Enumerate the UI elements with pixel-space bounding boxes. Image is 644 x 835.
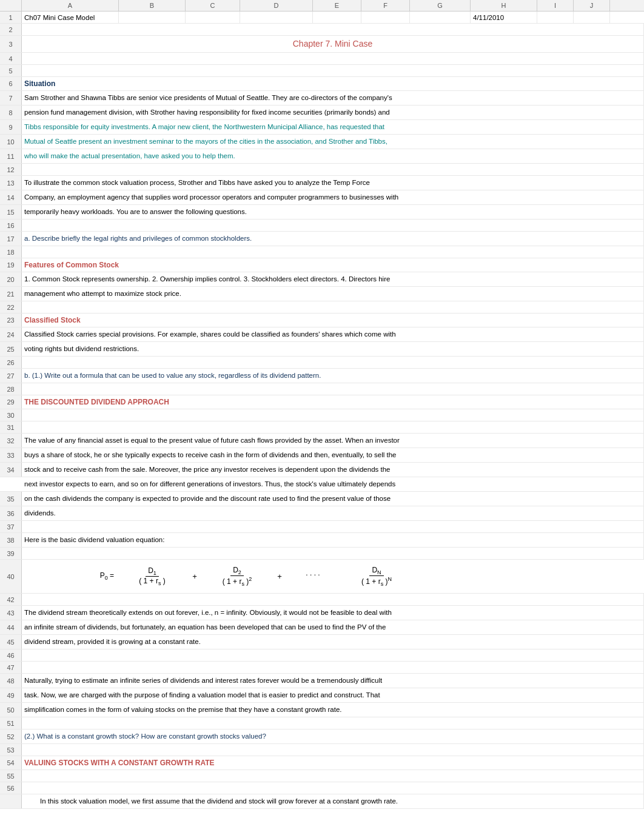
classified-text2: voting rights but dividend restrictions. <box>24 344 139 354</box>
cell-8-span: pension fund management division, with S… <box>22 106 644 119</box>
cell-15-span: temporarily heavy workloads. You are to … <box>22 205 644 219</box>
row-8: 8 pension fund management division, with… <box>0 106 644 120</box>
row-34b: next investor expects to earn, and so on… <box>0 477 644 492</box>
heading-discounted: THE DISCOUNTED DIVIDEND APPROACH <box>22 395 644 409</box>
plus-2-text: + <box>277 572 282 581</box>
col-header-i: I <box>537 0 574 11</box>
row-2: 2 <box>0 24 644 36</box>
cell-9-span: Tibbs responsible for equity investments… <box>22 120 644 134</box>
row-num-8: 8 <box>0 106 22 119</box>
col-header-e: E <box>313 0 361 11</box>
row-num-53: 53 <box>0 744 22 756</box>
row-36: 36 dividends. <box>0 506 644 521</box>
row-num-46: 46 <box>0 649 22 661</box>
fraction-1: D1 ( 1 + rs ) <box>136 566 168 587</box>
row-num-38: 38 <box>0 533 22 547</box>
para-34: stock and to receive cash from the sale.… <box>24 464 390 475</box>
cell-50-span: simplification comes in the form of valu… <box>22 703 644 717</box>
cell-57-span: In this stock valuation model, we first … <box>22 794 644 808</box>
cell-1e <box>313 12 361 23</box>
row-num-23: 23 <box>0 314 22 327</box>
chapter-title-text: Chapter 7. Mini Case <box>293 38 373 50</box>
cell-34b-span: next investor expects to earn, and so on… <box>22 477 644 491</box>
row-24: 24 Classified Stock carries special prov… <box>0 327 644 342</box>
row-44: 44 an infinite stream of dividends, but … <box>0 620 644 635</box>
situation-para-3: Tibbs responsible for equity investments… <box>24 122 384 132</box>
row-26: 26 <box>0 357 644 369</box>
row-num-47: 47 <box>0 662 22 673</box>
para-36: dividends. <box>24 508 56 518</box>
situation-text: Situation <box>24 78 55 89</box>
row-num-34: 34 <box>0 463 22 477</box>
cell-1g <box>410 12 471 23</box>
row-23: 23 Classified Stock <box>0 314 644 327</box>
cell-7-span: Sam Strother and Shawna Tibbs are senior… <box>22 91 644 105</box>
fraction-n: DN ( 1 + rs )N <box>359 566 394 588</box>
cell-30-span <box>22 409 644 421</box>
cell-53-span <box>22 744 644 756</box>
row-21: 21 management who attempt to maximize st… <box>0 287 644 301</box>
cell-46-span <box>22 649 644 661</box>
row-num-3: 3 <box>0 36 22 52</box>
cell-22-span <box>22 301 644 313</box>
row-10: 10 Mutual of Seattle present an investme… <box>0 135 644 149</box>
para-48: Naturally, trying to estimate an infinit… <box>24 676 382 686</box>
situation-para-2: pension fund management division, with S… <box>24 107 390 118</box>
row-42: 42 <box>0 594 644 606</box>
formula-frac-n: DN ( 1 + rs )N <box>337 566 416 588</box>
cell-24-span: Classified Stock carries special provisi… <box>22 327 644 341</box>
cell-4-span <box>22 53 644 64</box>
frac1-den: ( 1 + rs ) <box>136 577 168 586</box>
row-37: 37 <box>0 521 644 533</box>
cell-36-span: dividends. <box>22 506 644 520</box>
spreadsheet: A B C D E F G H I J 1 Ch07 Mini Case Mod… <box>0 0 644 809</box>
row-num-30: 30 <box>0 409 22 421</box>
cell-52-span: (2.) What is a constant growth stock? Ho… <box>22 729 644 743</box>
row-num-36: 36 <box>0 506 22 520</box>
cell-45-span: dividend stream, provided it is growing … <box>22 635 644 649</box>
cell-20-span: 1. Common Stock represents ownership. 2.… <box>22 272 644 286</box>
row-num-42: 42 <box>0 594 22 605</box>
para-34b: next investor expects to earn, and so on… <box>24 479 395 489</box>
plus-2: + <box>270 572 289 581</box>
para-14: Company, an employment agency that suppl… <box>24 192 398 203</box>
row-num-44: 44 <box>0 620 22 634</box>
cell-33-span: buys a share of stock, he or she typical… <box>22 448 644 462</box>
col-header-b: B <box>119 0 186 11</box>
cell-1d <box>240 12 313 23</box>
cell-1f <box>361 12 410 23</box>
row-57: In this stock valuation model, we first … <box>0 794 644 809</box>
cell-11-span: who will make the actual presentation, h… <box>22 149 644 163</box>
cell-42-span <box>22 594 644 605</box>
features-label: Features of Common Stock <box>22 258 644 272</box>
cell-16-span <box>22 220 644 231</box>
para-56: In this stock valuation model, we first … <box>40 796 398 806</box>
row-16: 16 <box>0 220 644 232</box>
row-num-5: 5 <box>0 65 22 76</box>
row-num-43: 43 <box>0 606 22 620</box>
formula-p0-cell: P0 = <box>22 571 119 581</box>
row-11: 11 who will make the actual presentation… <box>0 149 644 164</box>
row-45: 45 dividend stream, provided it is growi… <box>0 635 644 649</box>
denomn-text: ( 1 + rs )N <box>361 577 392 586</box>
question-52: (2.) What is a constant growth stock? Ho… <box>24 731 266 742</box>
row-num-1: 1 <box>0 12 22 23</box>
question-27: b. (1.) Write out a formula that can be … <box>24 371 321 381</box>
row-49: 49 task. Now, we are charged with the pu… <box>0 688 644 703</box>
cell-1b <box>119 12 186 23</box>
row-num-31: 31 <box>0 421 22 433</box>
cell-51-span <box>22 717 644 729</box>
cell-34-span: stock and to receive cash from the sale.… <box>22 463 644 477</box>
row-19: 19 Features of Common Stock <box>0 258 644 272</box>
column-headers: A B C D E F G H I J <box>0 0 644 12</box>
cell-44-span: an infinite stream of dividends, but for… <box>22 620 644 634</box>
row-num-20: 20 <box>0 272 22 286</box>
row-25: 25 voting rights but dividend restrictio… <box>0 342 644 357</box>
row-31: 31 <box>0 421 644 434</box>
para-35: on the cash dividends the company is exp… <box>24 494 391 504</box>
cell-1i <box>537 12 574 23</box>
cell-1a[interactable]: Ch07 Mini Case Model <box>22 12 119 23</box>
row-num-56: 56 <box>0 782 22 794</box>
frac2-den: ( 1 + rs )2 <box>220 576 255 587</box>
row-num-29: 29 <box>0 395 22 409</box>
